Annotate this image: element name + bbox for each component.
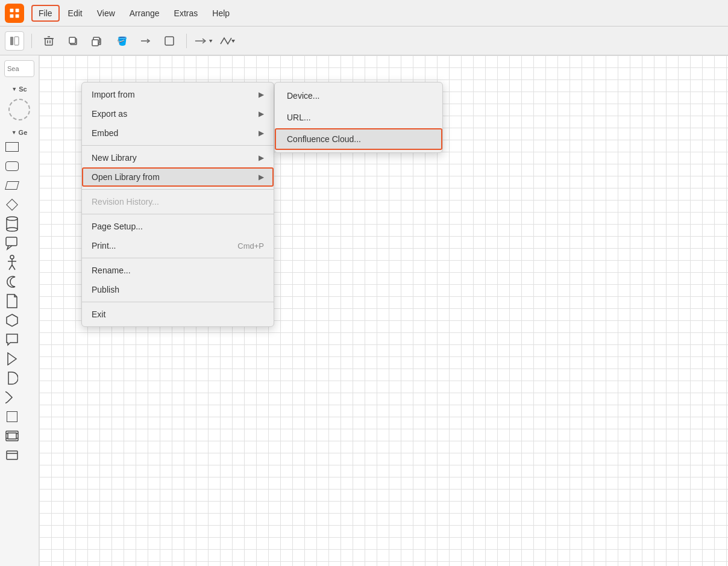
shape-rounded[interactable] <box>4 158 20 175</box>
sidebar-section-ge[interactable]: ▼ Ge <box>7 125 33 137</box>
file-menu-open-library[interactable]: Open Library from ▶ <box>82 167 274 187</box>
file-menu-publish[interactable]: Publish <box>82 280 274 299</box>
shape-row-5 <box>0 291 39 369</box>
shape-film[interactable] <box>4 428 20 444</box>
file-menu-new-library-label: New Library <box>92 153 137 163</box>
file-menu-divider-1 <box>82 145 274 146</box>
submenu-device[interactable]: Device... <box>275 85 442 107</box>
arrow-right-icon-2: ▶ <box>259 110 264 118</box>
svg-point-25 <box>10 255 14 259</box>
shape-parallelogram[interactable] <box>4 177 20 194</box>
menu-bar: File Edit View Arrange Extras Help <box>0 0 728 26</box>
file-menu-exit-label: Exit <box>92 309 105 319</box>
file-menu-print-label: Print... <box>92 241 116 250</box>
svg-rect-38 <box>7 451 17 459</box>
shape-square-2[interactable] <box>4 408 20 425</box>
menu-item-help[interactable]: Help <box>206 6 236 20</box>
menu-item-extras[interactable]: Extras <box>168 6 204 20</box>
submenu-url-label: URL... <box>287 113 311 122</box>
sidebar-section-sc-label: Sc <box>19 86 27 93</box>
sidebar-dashed-circle <box>8 99 30 120</box>
svg-line-29 <box>12 265 15 270</box>
main-content: ▼ Sc ▼ Ge <box>0 55 728 566</box>
file-menu-export[interactable]: Export as ▶ <box>82 104 274 123</box>
file-menu-divider-3 <box>82 214 274 214</box>
chevron-down-icon: ▼ <box>11 86 17 92</box>
shape-crescent[interactable] <box>4 273 20 290</box>
chevron-down-icon-2: ▼ <box>11 129 17 135</box>
svg-rect-5 <box>14 37 19 45</box>
line-style-button[interactable] <box>136 31 155 51</box>
menu-item-file[interactable]: File <box>31 5 60 22</box>
svg-rect-24 <box>6 237 17 246</box>
file-menu-exit[interactable]: Exit <box>82 305 274 324</box>
open-library-submenu: Device... URL... Confluence Cloud... <box>274 82 443 153</box>
svg-line-28 <box>9 265 12 270</box>
file-menu-embed[interactable]: Embed ▶ <box>82 123 274 143</box>
menu-item-arrange[interactable]: Arrange <box>124 6 166 20</box>
sidebar-section-sc[interactable]: ▼ Sc <box>7 82 31 94</box>
file-menu-divider-2 <box>82 189 274 190</box>
file-menu-rename[interactable]: Rename... <box>82 261 274 280</box>
shape-cylinder[interactable] <box>4 216 20 232</box>
arrow-right-icon-3: ▶ <box>259 129 264 137</box>
file-menu-print[interactable]: Print... Cmd+P <box>82 236 274 255</box>
shape-row-2 <box>0 176 39 214</box>
file-menu-import-label: Import from <box>92 90 135 99</box>
delete-button[interactable] <box>39 31 58 51</box>
copy-button[interactable] <box>87 31 107 51</box>
waypoint-button[interactable] <box>218 31 237 51</box>
shape-pac[interactable] <box>4 389 20 406</box>
shape-callout[interactable] <box>4 235 20 252</box>
canvas-area[interactable]: Import from ▶ Export as ▶ Embed ▶ New Li… <box>39 55 728 566</box>
svg-rect-12 <box>69 37 75 43</box>
search-input[interactable] <box>4 60 34 77</box>
arrow-right-icon-4: ▶ <box>259 154 264 162</box>
shape-square-3[interactable] <box>4 447 20 464</box>
shape-row-4 <box>0 253 39 291</box>
arrow-style-button[interactable] <box>194 31 213 51</box>
file-menu-import[interactable]: Import from ▶ <box>82 85 274 104</box>
file-menu-page-setup[interactable]: Page Setup... <box>82 217 274 236</box>
shape-diamond[interactable] <box>4 196 20 213</box>
shape-doc[interactable] <box>4 293 20 309</box>
file-menu-divider-4 <box>82 258 274 258</box>
shape-chat[interactable] <box>4 331 20 348</box>
file-menu-embed-label: Embed <box>92 128 118 138</box>
svg-rect-6 <box>45 39 52 45</box>
shape-row-1 <box>0 137 39 176</box>
file-menu-revision: Revision History... <box>82 192 274 211</box>
submenu-url[interactable]: URL... <box>275 107 442 128</box>
shape-row-6 <box>0 369 39 465</box>
svg-marker-31 <box>8 353 16 365</box>
menu-item-edit[interactable]: Edit <box>62 6 89 20</box>
file-menu-page-setup-label: Page Setup... <box>92 222 143 231</box>
file-menu-revision-label: Revision History... <box>92 197 159 207</box>
toolbar-separator-2 <box>186 34 187 48</box>
svg-marker-30 <box>7 314 17 326</box>
svg-text:🪣: 🪣 <box>117 36 127 46</box>
file-menu-new-library[interactable]: New Library ▶ <box>82 148 274 167</box>
shape-style-button[interactable] <box>160 31 179 51</box>
duplicate-button[interactable] <box>63 31 83 51</box>
file-menu-export-label: Export as <box>92 109 127 119</box>
shape-hexagon[interactable] <box>4 312 20 329</box>
svg-rect-1 <box>16 8 19 12</box>
file-menu-rename-label: Rename... <box>92 266 131 275</box>
shape-d-shape[interactable] <box>4 370 20 387</box>
fill-button[interactable]: 🪣 <box>111 31 131 51</box>
shape-rect[interactable] <box>4 138 20 155</box>
shape-row-3 <box>0 214 39 253</box>
shape-person[interactable] <box>4 254 20 271</box>
shape-triangle-right[interactable] <box>4 350 20 367</box>
svg-point-20 <box>7 217 17 220</box>
svg-point-23 <box>7 228 17 231</box>
svg-rect-0 <box>10 8 14 12</box>
svg-rect-33 <box>8 433 16 439</box>
left-sidebar: ▼ Sc ▼ Ge <box>0 55 39 566</box>
sidebar-section-ge-label: Ge <box>19 129 28 136</box>
submenu-confluence-cloud[interactable]: Confluence Cloud... <box>275 128 442 150</box>
menu-item-view[interactable]: View <box>91 6 121 20</box>
file-menu: Import from ▶ Export as ▶ Embed ▶ New Li… <box>81 82 274 327</box>
sidebar-toggle-button[interactable] <box>5 31 24 51</box>
